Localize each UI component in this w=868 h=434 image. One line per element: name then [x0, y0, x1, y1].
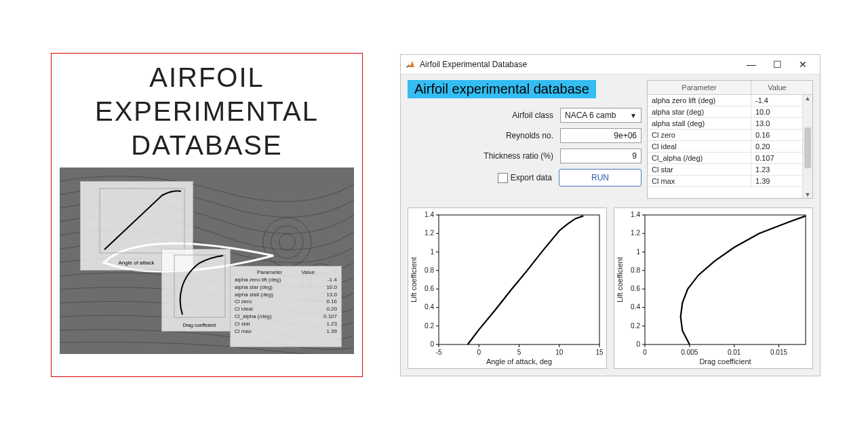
scroll-thumb[interactable]	[804, 127, 811, 168]
svg-text:0.2: 0.2	[425, 322, 434, 330]
promo-table-row: Cl max1.39	[235, 328, 337, 336]
reynolds-input[interactable]: 9e+06	[560, 128, 642, 143]
svg-text:0.8: 0.8	[425, 267, 434, 274]
promo-overlay-polar-plot: Drag coefficient	[161, 249, 231, 332]
table-row: alpha star (deg)10.0	[648, 106, 812, 118]
svg-text:0.6: 0.6	[425, 285, 434, 292]
airfoil-class-value: NACA 6 camb	[565, 111, 616, 120]
promo-table-row: Cl zero0.16	[235, 298, 337, 306]
table-row: Cl_alpha (/deg)0.107	[648, 153, 812, 164]
svg-text:Drag coefficient: Drag coefficient	[183, 323, 216, 328]
scroll-up-icon: ▲	[805, 95, 811, 102]
svg-text:0.01: 0.01	[728, 349, 741, 356]
window-title: Airfoil Experimental Database	[420, 60, 738, 69]
svg-text:0.015: 0.015	[770, 349, 787, 356]
promo-title: AIRFOILEXPERIMENTALDATABASE	[60, 60, 354, 162]
table-row: alpha stall (deg)13.0	[648, 118, 812, 130]
minimize-button[interactable]: —	[738, 55, 764, 74]
run-button[interactable]: RUN	[559, 169, 642, 186]
svg-text:0: 0	[636, 340, 640, 348]
svg-text:0.4: 0.4	[631, 303, 640, 311]
thickness-label: Thickness ratio (%)	[484, 151, 553, 161]
promo-table-row: alpha stall (deg)13.0	[235, 292, 337, 299]
svg-text:Drag coefficient: Drag coefficient	[699, 357, 751, 366]
promo-card: AIRFOILEXPERIMENTALDATABASE	[51, 53, 363, 377]
thickness-input[interactable]: 9	[560, 149, 642, 163]
scroll-down-icon: ▼	[805, 191, 811, 198]
param-header-value: Value	[751, 81, 803, 94]
svg-text:0.2: 0.2	[631, 322, 640, 330]
svg-rect-40	[645, 215, 806, 344]
table-row: Cl zero0.16	[648, 130, 812, 141]
svg-text:Angle of attack: Angle of attack	[119, 260, 155, 266]
param-header-parameter: Parameter	[648, 81, 751, 94]
matlab-icon	[405, 59, 416, 70]
form-panel: Airfoil experimental database Airfoil cl…	[408, 80, 642, 192]
airfoil-class-label: Airfoil class	[512, 111, 553, 120]
drag-polar-plot: 00.0050.010.01500.20.40.60.811.21.4Drag …	[614, 208, 813, 369]
maximize-button[interactable]: ☐	[764, 55, 790, 74]
svg-text:0.4: 0.4	[425, 303, 434, 311]
table-row: Cl max1.39	[648, 176, 812, 187]
export-data-label: Export data	[511, 173, 552, 182]
close-button[interactable]: ✕	[790, 55, 816, 74]
promo-table-header-param: Parameter	[257, 269, 282, 275]
table-row: alpha zero lift (deg)-1.4	[648, 95, 812, 106]
svg-text:15: 15	[595, 349, 604, 356]
svg-text:1.4: 1.4	[631, 211, 640, 218]
svg-text:1: 1	[430, 248, 434, 256]
svg-text:1: 1	[636, 248, 640, 256]
promo-table-header-value: Value	[301, 269, 315, 275]
svg-text:0.6: 0.6	[631, 285, 640, 292]
promo-table-row: Cl star1.23	[235, 321, 337, 328]
promo-table-row: alpha zero lift (deg)-1.4	[235, 277, 337, 284]
export-data-checkbox[interactable]	[498, 173, 508, 183]
parameter-table: Parameter Value alpha zero lift (deg)-1.…	[647, 80, 813, 199]
svg-text:Lift coefficient: Lift coefficient	[616, 257, 624, 302]
banner-title: Airfoil experimental database	[408, 80, 596, 98]
promo-table-body: alpha zero lift (deg)-1.4alpha star (deg…	[235, 277, 337, 335]
svg-text:10: 10	[555, 349, 564, 356]
svg-text:Angle of attack, deg: Angle of attack, deg	[486, 357, 552, 366]
svg-text:0: 0	[477, 349, 481, 356]
svg-text:0.005: 0.005	[681, 349, 698, 356]
promo-table-row: Cl_alpha (/deg)0.107	[235, 313, 337, 321]
svg-text:0: 0	[430, 340, 434, 348]
svg-text:1.2: 1.2	[631, 229, 640, 237]
lift-vs-alpha-plot: -505101500.20.40.60.811.21.4Angle of att…	[408, 208, 607, 369]
promo-art: Angle of attack Drag coefficient Paramet…	[60, 167, 354, 354]
svg-text:5: 5	[517, 349, 521, 356]
svg-text:1.2: 1.2	[425, 229, 434, 237]
chevron-down-icon: ▼	[630, 112, 637, 119]
matlab-window: Airfoil Experimental Database — ☐ ✕ Airf…	[400, 54, 821, 376]
svg-text:0.8: 0.8	[631, 267, 640, 274]
table-row: Cl star1.23	[648, 164, 812, 176]
airfoil-class-dropdown[interactable]: NACA 6 camb ▼	[560, 108, 642, 123]
promo-overlay-table: Parameter Value alpha zero lift (deg)-1.…	[230, 266, 342, 347]
promo-table-row: Cl ideal0.20	[235, 306, 337, 313]
svg-text:0: 0	[643, 349, 647, 356]
table-row: Cl ideal0.20	[648, 141, 812, 153]
svg-text:1.4: 1.4	[425, 211, 434, 218]
svg-text:-5: -5	[436, 349, 442, 356]
table-scrollbar[interactable]: ▲ ▼	[802, 95, 812, 198]
svg-text:Lift coefficient: Lift coefficient	[410, 257, 418, 302]
titlebar: Airfoil Experimental Database — ☐ ✕	[401, 55, 820, 75]
promo-table-row: alpha star (deg)10.0	[235, 284, 337, 292]
reynolds-label: Reynolds no.	[506, 131, 553, 140]
